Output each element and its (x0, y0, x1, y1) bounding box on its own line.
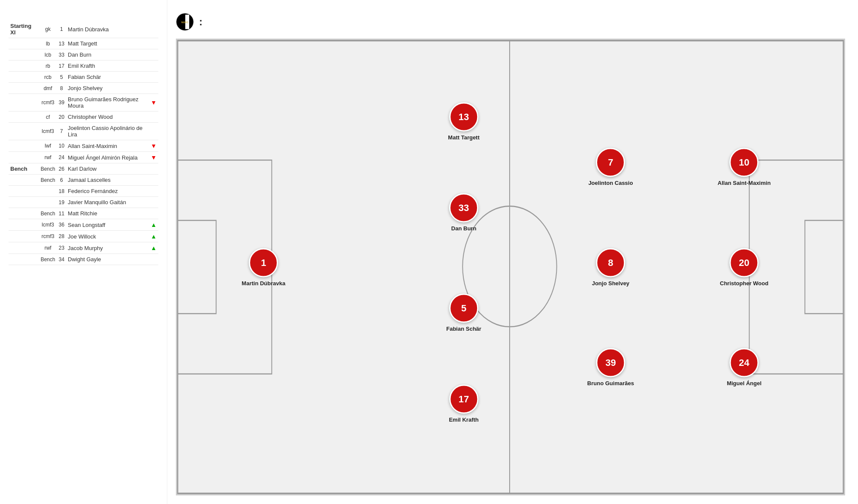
lineup-row: dmf8Jonjo Shelvey (9, 83, 158, 94)
player-name: Sean Longstaff (66, 219, 149, 231)
pitch: 1Martin Dúbravka13Matt Targett33Dan Burn… (177, 39, 844, 495)
lineup-row: lcb33Dan Burn (9, 49, 158, 60)
section-label (9, 60, 39, 72)
section-label (9, 242, 39, 254)
player-number: 8 (57, 83, 66, 94)
arrow-up-icon: ▲ (151, 233, 157, 240)
player-number: 39 (57, 94, 66, 112)
player-name: Allan Saint-Maximin (66, 140, 149, 152)
lineup-row: 18Federico Fernández (9, 186, 158, 197)
player-number: 33 (57, 49, 66, 60)
lineup-row: Bench34Dwight Gayle (9, 254, 158, 265)
substitution-arrow (149, 49, 158, 60)
position-label: lcb (39, 49, 57, 60)
player-label-guimaraes: Bruno Guimarães (587, 380, 634, 386)
lineup-row: rb17Emil Krafth (9, 60, 158, 72)
section-label: Starting XI (9, 21, 39, 38)
player-circle-krafth: 17 (449, 384, 478, 413)
player-name: Jacob Murphy (66, 242, 149, 254)
player-dot-targett: 13Matt Targett (448, 102, 479, 140)
position-label: lwf (39, 140, 57, 152)
position-label: Bench (39, 175, 57, 186)
player-label-shelvey: Jonjo Shelvey (592, 280, 629, 286)
substitution-arrow: ▼ (149, 152, 158, 163)
section-label (9, 83, 39, 94)
section-label (9, 231, 39, 242)
svg-text:NUFC: NUFC (181, 21, 189, 24)
player-label-maximin: Allan Saint-Maximin (718, 180, 771, 186)
position-label: dmf (39, 83, 57, 94)
player-dot-shelvey: 8Jonjo Shelvey (592, 248, 629, 286)
player-name: Jamaal Lascelles (66, 175, 149, 186)
position-label: gk (39, 21, 57, 38)
player-dot-joelinton: 7Joelinton Cassio (588, 148, 633, 186)
substitution-arrow (149, 38, 158, 49)
player-label-wood: Christopher Wood (720, 280, 768, 286)
section-label (9, 123, 39, 140)
lineup-row: rcmf328Joe Willock▲ (9, 231, 158, 242)
player-number: 23 (57, 242, 66, 254)
player-name: Emil Krafth (66, 60, 149, 72)
section-label (9, 186, 39, 197)
substitution-arrow: ▲ (149, 242, 158, 254)
position-label: Bench (39, 254, 57, 265)
section-label (9, 197, 39, 208)
section-label (9, 219, 39, 231)
player-number: 24 (57, 152, 66, 163)
lineup-row: rcb5Fabian Schär (9, 72, 158, 83)
team-separator: : (199, 16, 202, 27)
player-name: Fabian Schär (66, 72, 149, 83)
substitution-arrow (149, 197, 158, 208)
player-label-burn: Dan Burn (451, 225, 477, 232)
player-circle-targett: 13 (449, 102, 478, 131)
arrow-down-icon: ▼ (151, 99, 157, 106)
substitution-arrow (149, 21, 158, 38)
player-label-krafth: Emil Krafth (449, 416, 478, 423)
player-number: 18 (57, 186, 66, 197)
lineup-row: rcmf339Bruno Guimarães Rodriguez Moura▼ (9, 94, 158, 112)
player-dot-burn: 33Dan Burn (449, 193, 478, 232)
substitution-arrow (149, 112, 158, 123)
position-label: rcmf3 (39, 94, 57, 112)
lineup-row: BenchBench26Karl Darlow (9, 163, 158, 175)
player-name: Christopher Wood (66, 112, 149, 123)
player-dot-krafth: 17Emil Krafth (449, 384, 478, 423)
substitution-arrow (149, 175, 158, 186)
position-label: rb (39, 60, 57, 72)
player-label-targett: Matt Targett (448, 134, 479, 140)
substitution-arrow (149, 72, 158, 83)
lineup-row: lb13Matt Targett (9, 38, 158, 49)
pitch-container: 1Martin Dúbravka13Matt Targett33Dan Burn… (176, 39, 845, 495)
lineup-panel: Starting XIgk1Martin Dúbravkalb13Matt Ta… (0, 0, 167, 504)
substitution-arrow: ▼ (149, 94, 158, 112)
position-label: rcmf3 (39, 231, 57, 242)
player-name: Joe Willock (66, 231, 149, 242)
position-label: Bench (39, 163, 57, 175)
player-number: 34 (57, 254, 66, 265)
substitution-arrow (149, 123, 158, 140)
player-number: 19 (57, 197, 66, 208)
arrow-up-icon: ▲ (151, 244, 157, 251)
player-number: 7 (57, 123, 66, 140)
lineup-row: Bench11Matt Ritchie (9, 208, 158, 219)
team-badge: NUFC (176, 13, 194, 31)
substitution-arrow: ▲ (149, 231, 158, 242)
position-label: Bench (39, 208, 57, 219)
player-circle-guimaraes: 39 (596, 348, 625, 377)
section-label (9, 112, 39, 123)
position-label: cf (39, 112, 57, 123)
player-name: Matt Ritchie (66, 208, 149, 219)
player-dot-martin: 1Martin Dúbravka (242, 248, 285, 286)
player-label-schar: Fabian Schär (446, 325, 481, 332)
position-label: lb (39, 38, 57, 49)
substitution-arrow: ▲ (149, 219, 158, 231)
player-number: 20 (57, 112, 66, 123)
player-name: Dan Burn (66, 49, 149, 60)
pitch-panel: NUFC : (167, 0, 858, 504)
section-label (9, 254, 39, 265)
substitution-arrow (149, 254, 158, 265)
player-label-joelinton: Joelinton Cassio (588, 180, 633, 186)
player-circle-maximin: 10 (730, 148, 759, 177)
player-name: Bruno Guimarães Rodriguez Moura (66, 94, 149, 112)
player-label-martin: Martin Dúbravka (242, 280, 285, 286)
